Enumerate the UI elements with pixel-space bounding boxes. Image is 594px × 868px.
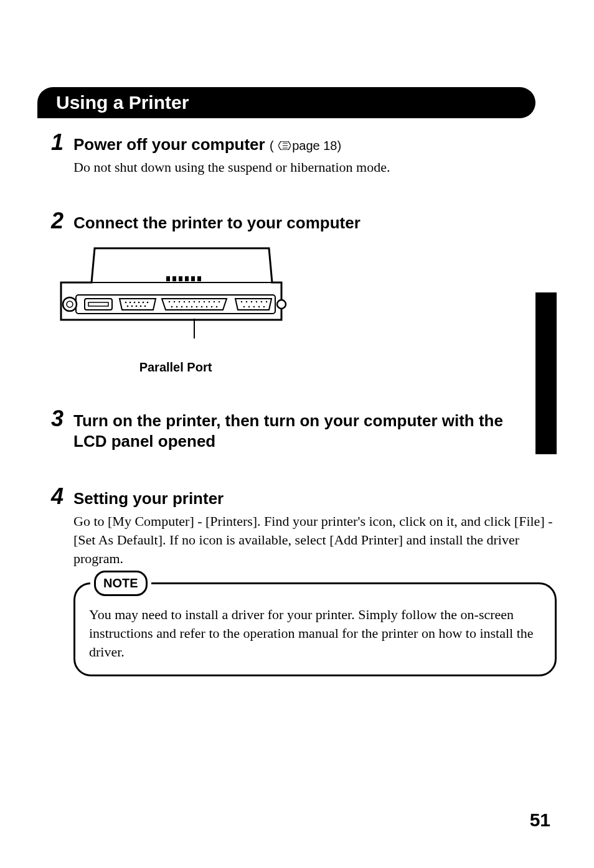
- svg-point-42: [191, 306, 192, 307]
- svg-point-13: [277, 300, 286, 309]
- svg-point-20: [143, 301, 144, 303]
- page-ref-icon: [278, 141, 291, 150]
- svg-point-48: [241, 301, 242, 302]
- step-1: 1 Power off your computer ( page 18) Do …: [51, 129, 557, 177]
- printer-port-illustration: Parallel Port: [57, 245, 557, 375]
- svg-point-35: [209, 301, 210, 302]
- note-box: NOTE You may need to install a driver fo…: [73, 582, 557, 676]
- svg-point-21: [147, 301, 149, 303]
- svg-point-54: [243, 306, 245, 307]
- svg-rect-6: [179, 276, 182, 281]
- svg-point-45: [206, 306, 207, 307]
- svg-point-58: [263, 306, 265, 307]
- step-3: 3 Turn on the printer, then turn on your…: [51, 406, 519, 453]
- svg-point-22: [127, 305, 129, 307]
- tab-marker: [535, 292, 557, 454]
- svg-point-34: [204, 301, 205, 302]
- step-number: 4: [51, 483, 68, 510]
- svg-point-28: [174, 301, 175, 302]
- ref-prefix: (: [270, 139, 277, 152]
- svg-point-30: [184, 301, 185, 302]
- step-body: Do not shut down using the suspend or hi…: [73, 158, 557, 177]
- svg-point-31: [189, 301, 190, 302]
- svg-point-46: [211, 306, 212, 307]
- svg-point-32: [194, 301, 195, 302]
- note-text: You may need to install a driver for you…: [89, 607, 534, 659]
- note-label: NOTE: [94, 571, 148, 596]
- svg-rect-5: [172, 276, 176, 281]
- svg-point-57: [258, 306, 260, 307]
- step-number: 2: [51, 208, 68, 234]
- step-title-text: Power off your computer: [73, 135, 265, 154]
- step-2: 2 Connect the printer to your computer: [51, 208, 557, 375]
- section-heading: Using a Printer: [37, 87, 535, 118]
- step-title: Connect the printer to your computer: [73, 213, 361, 234]
- svg-point-56: [253, 306, 255, 307]
- svg-point-44: [201, 306, 202, 307]
- svg-point-26: [144, 305, 146, 307]
- svg-point-29: [179, 301, 180, 302]
- page-number: 51: [530, 810, 550, 831]
- svg-rect-8: [191, 276, 195, 281]
- svg-point-36: [214, 301, 215, 302]
- svg-point-19: [138, 301, 140, 303]
- step-title: Setting your printer: [73, 488, 224, 510]
- svg-point-23: [131, 305, 133, 307]
- svg-rect-9: [197, 276, 201, 281]
- svg-point-17: [130, 301, 131, 303]
- svg-point-33: [199, 301, 200, 302]
- svg-point-53: [266, 301, 267, 302]
- svg-point-52: [261, 301, 262, 302]
- svg-point-39: [176, 306, 177, 307]
- svg-point-55: [248, 306, 250, 307]
- step-number: 1: [51, 129, 68, 156]
- svg-point-41: [186, 306, 187, 307]
- step-title: Turn on the printer, then turn on your c…: [73, 411, 519, 453]
- svg-point-50: [251, 301, 252, 302]
- svg-point-27: [169, 301, 170, 302]
- svg-point-38: [171, 306, 172, 307]
- svg-point-49: [246, 301, 247, 302]
- svg-rect-4: [166, 276, 170, 281]
- step-4: 4 Setting your printer Go to [My Compute…: [51, 483, 557, 676]
- page-reference: ( page 18): [270, 139, 341, 152]
- illustration-caption: Parallel Port: [57, 360, 294, 375]
- svg-point-37: [219, 301, 220, 302]
- step-body: Go to [My Computer] - [Printers]. Find y…: [73, 512, 557, 567]
- step-title: Power off your computer ( page 18): [73, 134, 341, 156]
- svg-point-18: [134, 301, 136, 303]
- step-number: 3: [51, 406, 68, 432]
- svg-point-40: [181, 306, 182, 307]
- svg-point-25: [140, 305, 142, 307]
- svg-point-16: [125, 301, 127, 303]
- svg-point-51: [256, 301, 257, 302]
- svg-point-24: [136, 305, 138, 307]
- svg-rect-7: [185, 276, 189, 281]
- svg-point-43: [196, 306, 197, 307]
- ref-text: page 18): [292, 139, 341, 152]
- svg-point-47: [216, 306, 217, 307]
- svg-point-11: [63, 297, 77, 311]
